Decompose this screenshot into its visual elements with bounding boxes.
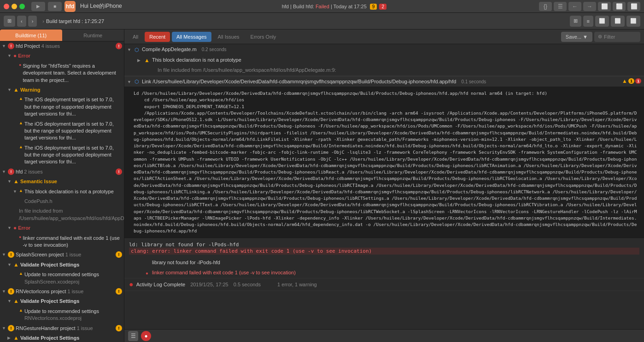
expand-arrow: ▼ (7, 179, 12, 184)
toolbar-right-5[interactable]: ⬜ (626, 16, 640, 27)
tree-item-update-splash[interactable]: ▲ Update to recommended settingsSplashSc… (0, 270, 124, 287)
summary-err-text: linker command failed with exit code 1 (… (152, 269, 641, 277)
activity-err-icon: ● (129, 280, 134, 289)
tree-item-rngesture[interactable]: ▼ ! RNGestureHandler project 1 issue ! (0, 324, 124, 333)
expand-arrow: ▼ (7, 53, 12, 58)
view-btn3[interactable]: ⬜ (627, 2, 640, 11)
tree-label: Update to recommended settingsRNVectorIc… (24, 308, 122, 322)
btn-all[interactable]: All (128, 32, 143, 42)
link-text: Link /Users/huilee/Library/Developer/Xco… (142, 78, 620, 86)
expand-arrow: ▼ (2, 169, 6, 174)
warn-icon: ▲ (13, 87, 19, 93)
tree-label: hfd 2 issues (16, 168, 114, 175)
tree-item-validate-splash[interactable]: ▼ ▲ Validate Project Settings (0, 260, 124, 270)
stop-button[interactable]: ■ (48, 2, 62, 11)
warn-count-badge: ! (116, 325, 122, 331)
warn-icon: ▲ (144, 57, 150, 64)
close-button[interactable] (4, 4, 9, 9)
err-count-badge: ! (116, 43, 122, 49)
tree-item-semantic[interactable]: ▼ ▲ Semantic Issue (0, 177, 124, 186)
tree-label: SplashScreen project 1 issue (16, 251, 114, 258)
save-button[interactable]: Save... ▼ (561, 32, 592, 42)
run-button[interactable]: ▶ (31, 2, 45, 11)
msg-row-block-decl[interactable]: ▶ ▲ This block declaration is not a prot… (124, 55, 644, 65)
info-icon (144, 260, 150, 266)
tree-item-warning-group[interactable]: ▼ ▲ Warning (0, 85, 124, 95)
bottom-err-btn[interactable]: ● (141, 331, 151, 341)
forward-btn[interactable]: → (583, 2, 596, 11)
msg-row-compile[interactable]: ▼ ⬡ Compile AppDelegate.m 0.2 seconds (124, 44, 644, 55)
filter-box[interactable]: ⊛ Filter (594, 32, 640, 42)
view-btn2[interactable]: ⬜ (613, 2, 626, 11)
tree-item-hfd2[interactable]: ▼ ! hfd 2 issues ! (0, 167, 124, 177)
err-badge: ! (8, 43, 14, 49)
expand-arrow: ▼ (7, 299, 12, 303)
msg-row-summary-err[interactable]: ● linker command failed with exit code 1… (124, 267, 644, 278)
tree-label: Error (18, 52, 122, 59)
tree-label: In file included from /Users/huilee/app_… (19, 208, 124, 222)
toolbar-right-4[interactable]: ⬜ (611, 16, 625, 27)
layout-btn[interactable]: ☰ (554, 2, 567, 11)
tree-item-infile[interactable]: In file included from /Users/huilee/app_… (0, 206, 124, 223)
tree-item-hfd-project[interactable]: ▼ ! hfd Project 4 issues ! (0, 41, 124, 51)
toolbar-right-1[interactable]: ⊞ (570, 16, 581, 27)
traffic-lights (4, 4, 25, 9)
warn-icon: ▲ (19, 96, 23, 101)
btn-errors-only[interactable]: Errors Only (246, 32, 281, 42)
save-label: Save... (566, 34, 581, 40)
msg-row-infile[interactable]: In file included from /Users/huilee/app_… (124, 65, 644, 75)
btn-all-messages[interactable]: All Messages (172, 32, 211, 42)
bottom-toggle[interactable]: ☰ (128, 331, 138, 341)
build-status: hfd | Build hfd: Failed | Today at 17:25… (132, 4, 536, 9)
error-icon: ● (13, 52, 17, 59)
btn-recent[interactable]: Recent (145, 32, 170, 42)
back-btn[interactable]: ← (568, 2, 581, 11)
tree-item-signing-error[interactable]: ● Signing for "hfdTests" requires a deve… (0, 61, 124, 85)
tree-label: CodePush.h (24, 198, 122, 205)
msg-row-link[interactable]: ▼ ⬡ Link /Users/huilee/Library/Developer… (124, 76, 644, 87)
msg-row-summary1[interactable]: library not found for -lPods-hfd (124, 257, 644, 268)
tree-item-splashscreen[interactable]: ▼ ! SplashScreen project 1 issue ! (0, 250, 124, 260)
tree-item-warn1[interactable]: ▲ The iOS deployment target is set to 7.… (0, 95, 124, 119)
tree-item-warn2[interactable]: ▲ The iOS deployment target is set to 7.… (0, 119, 124, 143)
tree-item-error-group2[interactable]: ▼ ● Error (0, 223, 124, 233)
expand-arrow: ▶ (137, 58, 142, 63)
tree-item-warn3[interactable]: ▲ The iOS deployment target is set to 7.… (0, 143, 124, 167)
tree-item-validate-rn[interactable]: ▼ ▲ Validate Project Settings (0, 296, 124, 306)
message-toolbar: All Recent All Messages All Issues Error… (124, 29, 644, 44)
info-icon (149, 67, 156, 74)
toolbar-right-3[interactable]: ⬜ (595, 16, 609, 27)
nav-prev[interactable]: ‹ (17, 16, 26, 27)
code-btn[interactable]: {} (539, 2, 552, 11)
tree-label: Validate Project Settings (20, 335, 122, 342)
compile-text: Compile AppDelegate.m 0.2 seconds (142, 46, 641, 53)
tree-label: Signing for "hfdTests" requires a develo… (23, 63, 122, 84)
tree-item-block-decl[interactable]: ▼ ▲ This block declaration is not a prot… (0, 187, 124, 197)
tree-item-codepush[interactable]: CodePush.h (0, 197, 124, 206)
minimize-button[interactable] (12, 4, 17, 9)
msg-group-link: ▼ ⬡ Link /Users/huilee/Library/Developer… (124, 76, 644, 291)
tree-label: Update to recommended settingsSplashScre… (24, 271, 122, 285)
maximize-button[interactable] (19, 4, 25, 9)
nav-next[interactable]: › (28, 16, 37, 27)
scheme-btn[interactable]: ⊞ (4, 16, 15, 27)
tree-item-update-rn[interactable]: ▲ Update to recommended settingsRNVector… (0, 307, 124, 324)
error-badge: 2 (379, 4, 386, 10)
build-failed-text: Failed (316, 4, 329, 9)
toolbar-right-2[interactable]: ≡ (583, 16, 593, 27)
tree-item-linker-err[interactable]: ● linker command failed with exit code 1… (0, 233, 124, 250)
tab-runtime[interactable]: Runtime (62, 29, 124, 41)
breadcrumb-sep: › (42, 18, 44, 24)
tree-item-rnvector[interactable]: ▼ ! RNVectorIcons project 1 issue ! (0, 287, 124, 296)
tree-label: The iOS deployment target is set to 7.0,… (24, 121, 122, 142)
error-icon: ● (144, 270, 150, 276)
tree-item-validate-gesture[interactable]: ▶ ▲ Validate Project Settings (0, 333, 124, 342)
warn-icon: ▲ (19, 308, 23, 313)
view-btn1[interactable]: ⬜ (598, 2, 611, 11)
tree-item-error-group[interactable]: ▼ ● Error (0, 51, 124, 61)
tree-label: The iOS deployment target is set to 7.0,… (24, 96, 122, 117)
btn-all-issues[interactable]: All Issues (213, 32, 244, 42)
tree-label: RNGestureHandler project 1 issue (16, 325, 114, 332)
tab-buildtime[interactable]: Buildtime (11) (0, 29, 62, 41)
tree-label: Error (18, 225, 122, 232)
